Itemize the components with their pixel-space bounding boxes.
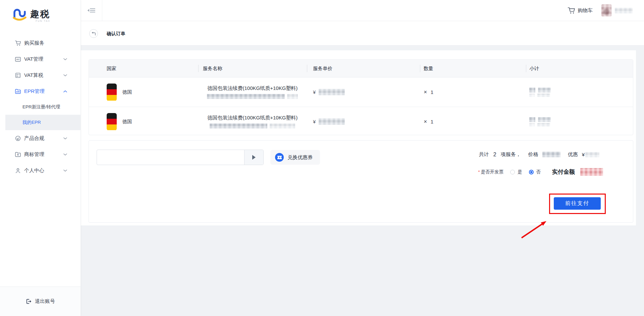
collapse-menu-icon xyxy=(87,6,96,14)
chevron-up-icon xyxy=(63,90,67,93)
germany-flag-icon xyxy=(107,84,117,101)
col-header-subtotal: 小计 xyxy=(526,60,633,77)
sidebar-item-trademark[interactable]: R 商标管理 xyxy=(0,146,80,162)
col-header-unit-price: 服务单价 xyxy=(307,60,420,77)
sidebar-subitem-label: 我的EPR xyxy=(22,119,41,125)
sidebar-item-label: VAT管理 xyxy=(24,56,43,62)
sidebar-item-vat-calc[interactable]: VAT算税 xyxy=(0,67,80,83)
user-icon xyxy=(15,167,21,174)
multiply-icon: ✕ xyxy=(424,119,427,124)
sidebar-item-label: 个人中心 xyxy=(24,167,44,174)
sidebar-item-my-epr[interactable]: 我的EPR xyxy=(5,115,80,130)
cart-button[interactable]: 购物车 xyxy=(568,7,593,14)
subtotal-blurred xyxy=(529,117,551,126)
invoice-no-radio[interactable] xyxy=(529,170,534,174)
chevron-down-icon xyxy=(63,137,67,140)
discount-currency: ¥ xyxy=(582,152,585,157)
invoice-label: 是否开发票 xyxy=(481,169,504,175)
back-button[interactable] xyxy=(89,29,98,38)
trademark-icon: R xyxy=(15,151,21,158)
payment-card: ¥ 兑换优惠券 共计 2 项服务， 价格 优惠 ¥ * 是否开发票 是 否 实付… xyxy=(89,140,633,223)
brand-logo-icon xyxy=(12,7,28,22)
invoice-no-label[interactable]: 否 xyxy=(536,169,541,175)
username-blurred xyxy=(615,8,633,13)
coupon-input-group xyxy=(97,150,264,165)
required-mark: * xyxy=(478,169,480,174)
germany-flag-icon xyxy=(107,113,117,130)
sidebar-item-label: VAT算税 xyxy=(24,72,43,78)
back-icon xyxy=(91,32,96,36)
logout-button[interactable]: 退出账号 xyxy=(0,286,80,316)
go-to-pay-button[interactable]: 前往支付 xyxy=(554,197,601,210)
annotation-arrow xyxy=(520,212,550,240)
chevron-down-icon xyxy=(63,58,67,60)
country-name: 德国 xyxy=(122,89,132,95)
chevron-down-icon xyxy=(63,74,67,76)
service-count: 2 xyxy=(493,152,496,158)
compliance-icon xyxy=(15,135,21,142)
calculator-icon xyxy=(15,72,21,78)
sidebar: 趣税 FUN·TAX 购买服务 VAT VAT管理 VAT算税 xyxy=(0,0,81,316)
invoice-yes-radio[interactable] xyxy=(510,170,515,174)
sidebar-item-vat-management[interactable]: VAT VAT管理 xyxy=(0,51,80,67)
logout-label: 退出账号 xyxy=(35,298,55,305)
service-name: 德国包装法续费(100KG纸质+10KG塑料) xyxy=(208,115,298,121)
redeem-coupon-label: 兑换优惠券 xyxy=(287,154,313,161)
multiply-icon: ✕ xyxy=(424,90,427,95)
invoice-yes-label[interactable]: 是 xyxy=(518,169,522,175)
sidebar-subitem-label: EPR新注册/转代理 xyxy=(22,104,60,110)
sidebar-item-epr-register[interactable]: EPR新注册/转代理 xyxy=(0,99,80,115)
price-label: 价格 xyxy=(528,151,538,158)
sidebar-item-label: 商标管理 xyxy=(24,151,44,158)
country-name: 德国 xyxy=(122,119,132,125)
redeem-coupon-button[interactable]: ¥ 兑换优惠券 xyxy=(270,150,320,165)
page-header: 确认订单 xyxy=(80,21,644,46)
order-table: 国家 服务名称 服务单价 数量 小计 德国 德国包装法续费(100KG纸质+10… xyxy=(89,59,633,135)
service-detail-blurred xyxy=(207,94,298,99)
brand-name: 趣税 xyxy=(30,10,50,19)
amount-value-blurred xyxy=(580,168,603,176)
chevron-down-icon xyxy=(63,169,67,172)
subtotal-blurred xyxy=(529,88,551,97)
shopping-cart-icon xyxy=(568,7,575,14)
logout-icon xyxy=(25,298,32,305)
quantity-value: 1 xyxy=(431,119,433,124)
sidebar-collapse-button[interactable] xyxy=(80,0,102,21)
sidebar-item-buy-services[interactable]: 购买服务 xyxy=(0,35,80,51)
sidebar-item-label: EPR管理 xyxy=(24,88,45,95)
col-header-country: 国家 xyxy=(89,60,198,77)
service-name: 德国包装法续费(100KG纸质+10KG塑料) xyxy=(208,85,298,92)
sidebar-item-epr-management[interactable]: EPR EPR管理 xyxy=(0,83,80,99)
table-row: 德国 德国包装法续费(100KG纸质+10KG塑料) ¥ ✕ 1 xyxy=(89,107,633,135)
svg-text:VAT: VAT xyxy=(16,58,20,60)
sidebar-item-label: 产品合规 xyxy=(24,135,44,142)
cart-icon xyxy=(15,40,21,46)
total-label: 共计 xyxy=(479,151,489,158)
order-table-header: 国家 服务名称 服务单价 数量 小计 xyxy=(89,60,633,77)
coupon-code-input[interactable] xyxy=(97,150,244,165)
invoice-and-amount-line: * 是否开发票 是 否 实付金额 xyxy=(478,168,603,176)
topbar: 购物车 xyxy=(80,0,644,21)
page-title: 确认订单 xyxy=(107,31,125,37)
discount-label: 优惠 xyxy=(568,151,578,158)
brand-subtitle: FUN·TAX xyxy=(36,20,50,22)
cart-label: 购物车 xyxy=(578,7,593,14)
coupon-submit-button[interactable] xyxy=(244,150,263,165)
svg-text:R: R xyxy=(17,154,19,156)
unit-price-blurred xyxy=(319,118,345,125)
sidebar-item-product-compliance[interactable]: 产品合规 xyxy=(0,130,80,146)
quantity-value: 1 xyxy=(431,89,433,95)
svg-text:EPR: EPR xyxy=(16,91,20,93)
unit-price-blurred xyxy=(319,89,345,95)
amount-label: 实付金额 xyxy=(552,168,575,176)
sidebar-item-label: 购买服务 xyxy=(24,40,44,46)
service-detail-blurred xyxy=(210,123,295,128)
currency-symbol: ¥ xyxy=(313,90,316,95)
price-value-blurred xyxy=(542,152,560,157)
user-avatar[interactable] xyxy=(601,4,611,16)
coupon-ticket-icon: ¥ xyxy=(275,153,284,162)
epr-folder-icon: EPR xyxy=(15,88,21,95)
sidebar-item-personal-center[interactable]: 个人中心 xyxy=(0,162,80,178)
play-triangle-icon xyxy=(252,155,256,160)
order-summary-line: 共计 2 项服务， 价格 优惠 ¥ xyxy=(479,151,599,158)
